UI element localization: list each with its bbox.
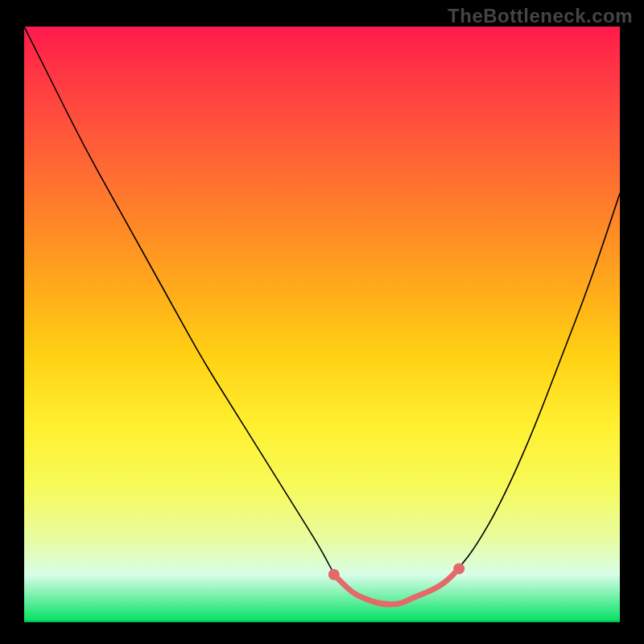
optimal-zone-start-marker	[328, 569, 340, 580]
bottleneck-curve	[24, 27, 620, 605]
optimal-zone-highlight	[334, 568, 459, 604]
curve-svg	[24, 27, 620, 622]
watermark-text: TheBottleneck.com	[448, 5, 633, 27]
chart-frame: TheBottleneck.com	[0, 0, 644, 644]
plot-area	[24, 27, 620, 622]
optimal-zone-end-marker	[453, 563, 464, 574]
